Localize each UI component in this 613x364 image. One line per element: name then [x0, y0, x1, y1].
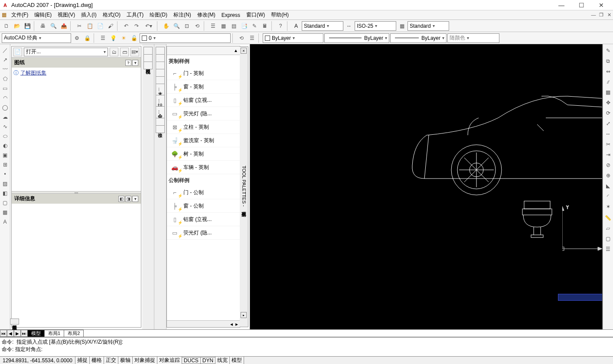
menu-tools[interactable]: 工具(T): [124, 10, 146, 20]
vtab-cat-0[interactable]: 建模: [156, 47, 165, 55]
pan-button[interactable]: ✋: [161, 21, 171, 31]
copy-tool[interactable]: ⧉: [603, 56, 613, 66]
gradient-tool[interactable]: ◧: [1, 189, 10, 198]
arc-tool[interactable]: ◠: [1, 94, 10, 102]
close-button[interactable]: ✕: [591, 0, 611, 10]
preview-button[interactable]: 🔍: [49, 21, 58, 31]
vtab-cat-7[interactable]: 命令...: [156, 106, 165, 118]
textstyle-combo[interactable]: Standard▾: [302, 21, 343, 31]
drawing-canvas[interactable]: X Y 指定对角点: 1294.8931 -641.5534: [250, 44, 602, 329]
vtab-cat-2[interactable]: 建筑: [156, 62, 165, 69]
list-tool[interactable]: ☰: [603, 244, 613, 254]
erase-tool[interactable]: ✎: [603, 46, 613, 55]
details-wnd1-icon[interactable]: ◧: [118, 196, 124, 202]
tp-imperial-tree[interactable]: 🌳树 - 英制: [167, 147, 240, 161]
undo-button[interactable]: ↶: [121, 21, 131, 31]
status-osnap[interactable]: 对象捕捉: [132, 356, 157, 364]
sheetset-btn2[interactable]: 🗃: [120, 48, 129, 56]
menu-insert[interactable]: 插入(I): [78, 10, 99, 20]
toolpalettes-close-icon[interactable]: ×: [241, 48, 247, 54]
layer-props-button[interactable]: ☰: [98, 33, 108, 43]
tp-imperial-alumwin[interactable]: ▯铝窗 (立视...: [167, 94, 240, 107]
markup-button[interactable]: ✎: [250, 21, 259, 31]
break-tool[interactable]: ⊘: [603, 160, 613, 170]
hatch-tool[interactable]: ▨: [1, 179, 10, 188]
circle-tool[interactable]: ◯: [1, 103, 10, 112]
layer-lock-icon[interactable]: 🔓: [129, 33, 139, 43]
status-grid[interactable]: 栅格: [89, 356, 104, 364]
toolpalettes-menu-icon[interactable]: ▸: [241, 312, 247, 318]
calc-button[interactable]: 🖩: [260, 21, 270, 31]
linetype-combo[interactable]: ByLayer▾: [324, 33, 389, 43]
vtab-cat-1[interactable]: 注释: [156, 54, 165, 62]
join-tool[interactable]: ⊕: [603, 171, 613, 180]
tp-imperial-column[interactable]: ⊠立柱 - 英制: [167, 120, 240, 134]
details-menu-icon[interactable]: ▾: [132, 196, 138, 202]
block-insert-tool[interactable]: ▣: [1, 151, 10, 159]
details-wnd2-icon[interactable]: ◨: [125, 196, 131, 202]
status-snap[interactable]: 捕捉: [75, 356, 90, 364]
menu-express[interactable]: Express: [219, 11, 243, 19]
designcenter-button[interactable]: ▦: [218, 21, 228, 31]
menu-dim[interactable]: 标注(N): [171, 10, 194, 20]
vtab-cat-5[interactable]: 土木...: [156, 84, 165, 95]
sheetset-open-combo[interactable]: 打开...▾: [24, 48, 108, 56]
fillet-tool[interactable]: ◜: [603, 192, 613, 201]
status-otrack[interactable]: 对象追踪: [157, 356, 182, 364]
region-tool2[interactable]: ▢: [603, 234, 613, 244]
cut-button[interactable]: ✂: [75, 21, 84, 31]
dimstyle-combo[interactable]: ISO-25▾: [355, 21, 396, 31]
tab-last-button[interactable]: ⏭: [21, 330, 28, 337]
explode-tool[interactable]: ✶: [603, 202, 613, 211]
vtab-sheetlist[interactable]: 图纸列表: [143, 47, 153, 55]
tp-metric-door[interactable]: ⌐门 - 公制: [167, 186, 240, 199]
status-polar[interactable]: 极轴: [118, 356, 133, 364]
menu-file[interactable]: 文件(F): [9, 10, 31, 20]
array-tool[interactable]: ▦: [603, 88, 613, 97]
extend-tool[interactable]: ⇥: [603, 150, 613, 159]
learn-sheetset-link-label[interactable]: 了解图纸集: [20, 69, 46, 77]
zoom-realtime-button[interactable]: 🔍: [172, 21, 181, 31]
toolpalettes-list[interactable]: 英制样例 ⌐门 - 英制 ╞窗 - 英制 ▯铝窗 (立视... ▭荧光灯 (隐.…: [167, 55, 240, 320]
publish-button[interactable]: 📤: [59, 21, 68, 31]
revcloud-tool[interactable]: ☁: [1, 113, 10, 121]
region-tool[interactable]: ▢: [1, 198, 10, 207]
menu-help[interactable]: 帮助(H): [268, 10, 291, 20]
minimize-button[interactable]: —: [551, 0, 571, 10]
lineweight-combo[interactable]: ByLayer▾: [390, 33, 447, 43]
menu-modify[interactable]: 修改(M): [195, 10, 218, 20]
tp-imperial-lav[interactable]: 🚽盥洗室 - 英制: [167, 134, 240, 147]
menu-format[interactable]: 格式(O): [100, 10, 123, 20]
makeblock-tool[interactable]: ⊞: [1, 160, 10, 169]
trim-tool[interactable]: ✂: [603, 140, 613, 149]
layout-tab-layout1[interactable]: 布局1: [44, 330, 64, 337]
tp-scroll-left-icon[interactable]: ◂: [230, 321, 233, 327]
toolpalettes-titlebar[interactable]: × TOOL PALETTES - 所有选项板 ▸: [240, 46, 248, 327]
tab-prev-button[interactable]: ◀: [7, 330, 14, 337]
sheetset-new-icon[interactable]: 📄: [13, 48, 22, 56]
properties-button[interactable]: ☰: [208, 21, 218, 31]
vtab-cat-6[interactable]: 结...: [156, 95, 165, 107]
tp-imperial-vehicle[interactable]: 🚗车辆 - 英制: [167, 161, 240, 174]
offset-tool[interactable]: ⫽: [603, 77, 613, 87]
scale-tool[interactable]: ⤢: [603, 119, 613, 128]
tablestyle-combo[interactable]: Standard▾: [408, 21, 449, 31]
layout-tab-layout2[interactable]: 布局2: [64, 330, 84, 337]
plotstylecolor-combo[interactable]: 随颜色▾: [447, 33, 499, 43]
doc-close-button[interactable]: ✕: [605, 12, 613, 18]
tab-next-button[interactable]: ▶: [14, 330, 21, 337]
line-tool[interactable]: ／: [1, 46, 10, 55]
status-model[interactable]: 模型: [229, 356, 244, 364]
mirror-tool[interactable]: ⇔: [603, 67, 613, 76]
area-tool[interactable]: ▱: [603, 224, 613, 233]
menu-view[interactable]: 视图(V): [55, 10, 78, 20]
layout-tab-model[interactable]: 模型: [27, 330, 45, 337]
tp-scroll-right-icon[interactable]: ▸: [235, 321, 238, 327]
status-dyn[interactable]: DYN: [200, 357, 215, 364]
chamfer-tool[interactable]: ◣: [603, 181, 613, 191]
undo-dropdown[interactable]: ↶▾: [142, 21, 155, 31]
zoom-window-button[interactable]: ⊡: [182, 21, 192, 31]
tp-imperial-fluor[interactable]: ▭荧光灯 (隐...: [167, 107, 240, 120]
text-tool[interactable]: A: [1, 218, 10, 226]
status-ducs[interactable]: DUCS: [182, 357, 201, 364]
